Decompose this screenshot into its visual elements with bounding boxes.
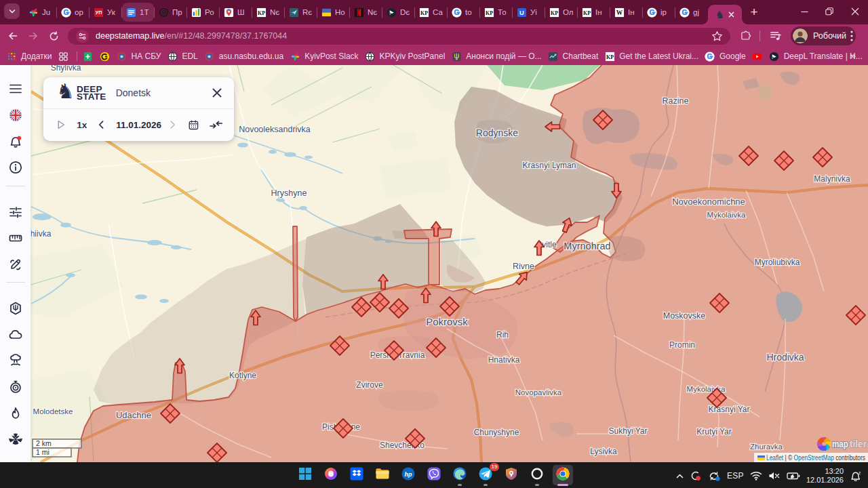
address-bar[interactable]: deepstatemap.live/en/#12/48.2997478/37.1…	[68, 28, 730, 45]
taskbar-viber[interactable]	[424, 465, 444, 485]
panel-close-button[interactable]	[211, 87, 223, 99]
tab-1Т[interactable]: 1Т	[122, 3, 154, 22]
taskbar-edge[interactable]	[450, 465, 470, 485]
calendar-button[interactable]	[189, 119, 199, 131]
urban-area	[583, 108, 639, 144]
profile-button[interactable]: Робочий	[791, 26, 856, 45]
window-minimize-button[interactable]	[792, 0, 816, 23]
bookmark-yellow-circle[interactable]	[100, 51, 111, 62]
sidebar-bell-dot-button[interactable]	[8, 134, 23, 149]
taskbar-chrome[interactable]	[553, 465, 573, 485]
tab-Ол[interactable]: KPОл	[545, 3, 577, 22]
tab-Ju[interactable]: Ju	[24, 3, 56, 22]
record-tray-icon[interactable]	[690, 470, 702, 482]
tab-То[interactable]: KPТо	[480, 3, 512, 22]
sidebar-ruler-button[interactable]	[8, 230, 23, 245]
back-button[interactable]	[3, 26, 22, 45]
panel-header: ♞ DEEPSTATE Donetsk	[43, 77, 234, 109]
bookmark-KPKyiv PostPanel[interactable]: KPKyiv PostPanel	[365, 51, 446, 62]
sidebar-cloud-button[interactable]	[8, 327, 23, 342]
tab-Ін[interactable]: KPІн	[578, 3, 610, 22]
bookmark-DeepL Translate | H...[interactable]: DeepL Translate | H...	[769, 51, 863, 62]
tab-Уі[interactable]: UУі	[513, 3, 545, 22]
sync-tray-icon[interactable]	[708, 470, 721, 482]
sidebar-trident-shield-button[interactable]	[8, 301, 23, 316]
tab-to[interactable]: GGto	[448, 3, 479, 22]
window-close-button[interactable]	[843, 0, 867, 23]
tab-Са[interactable]: KPСа	[415, 3, 447, 22]
play-button[interactable]	[57, 119, 65, 130]
next-date-button[interactable]	[170, 120, 176, 129]
notifications-bell-icon[interactable]: z	[850, 470, 863, 482]
taskbar-hp[interactable]: hp	[398, 465, 418, 485]
sidebar-divider	[6, 186, 25, 186]
wifi-icon[interactable]	[750, 471, 762, 481]
clock[interactable]: 13:20 12.01.2026	[806, 467, 844, 485]
map-area[interactable]: ShylivkaNovooleksandrivkaHryshyneRodynsk…	[0, 65, 868, 462]
bookmark-youtube[interactable]	[752, 51, 763, 62]
sidebar-flame-button[interactable]	[8, 406, 23, 421]
tab-Но[interactable]: Но	[317, 3, 349, 22]
sidebar-menu-button[interactable]	[8, 81, 23, 96]
sidebar-uk-flag-button[interactable]	[8, 108, 23, 123]
bookmark-Get the Latest Ukrai...[interactable]: KPGet the Latest Ukrai...	[604, 51, 698, 62]
site-settings-icon[interactable]	[76, 30, 89, 43]
forward-button[interactable]	[24, 26, 43, 45]
tray-chevron-up-icon[interactable]	[675, 472, 684, 481]
sidebar-pen-button[interactable]	[8, 257, 23, 272]
media-controls-button[interactable]	[770, 28, 782, 45]
taskbar-copilot[interactable]	[321, 465, 341, 485]
bookmark-KyivPost Slack[interactable]: KyivPost Slack	[290, 51, 358, 62]
volume-muted-icon[interactable]	[768, 471, 781, 481]
language-indicator[interactable]: ESP	[727, 471, 744, 481]
tab-Ро[interactable]: Ро	[187, 3, 219, 22]
bookmarks-overflow-button[interactable]: »	[850, 49, 856, 61]
svg-text:G: G	[649, 9, 654, 16]
tab-search-button[interactable]	[4, 3, 20, 19]
date-label[interactable]: 11.01.2026	[113, 120, 164, 130]
tab-close-icon[interactable]	[728, 12, 734, 18]
taskbar-file-explorer[interactable]	[372, 465, 393, 485]
taskbar-windows-start[interactable]	[295, 465, 315, 485]
tab-Ук[interactable]: УПУк	[90, 3, 121, 22]
sidebar-radar-button[interactable]	[8, 380, 23, 394]
bookmark-Додатки[interactable]: Додатки	[6, 51, 52, 62]
reload-button[interactable]	[44, 26, 63, 45]
sidebar-radiation-button[interactable]	[8, 432, 23, 447]
speed-label[interactable]: 1x	[77, 120, 87, 130]
bookmark-sheets[interactable]	[83, 51, 94, 62]
tab-Ш[interactable]: Ш	[220, 3, 252, 22]
prev-date-button[interactable]	[98, 120, 104, 129]
sidebar-sliders-button[interactable]	[8, 205, 23, 220]
hp-icon: hp	[400, 466, 416, 485]
bookmark-НА СБУ[interactable]: НА СБУ	[117, 51, 161, 62]
taskbar-shield-lock[interactable]	[501, 465, 521, 485]
tab-ip[interactable]: GGip	[643, 3, 675, 22]
bookmark-Google[interactable]: GGGoogle	[705, 51, 746, 62]
tab-оp[interactable]: GGоp	[57, 3, 89, 22]
compare-dates-button[interactable]	[210, 119, 222, 130]
tab-Пр[interactable]: Пр	[155, 3, 186, 22]
sidebar-mushroom-cloud-button[interactable]	[8, 353, 23, 368]
bookmark-Анонси подій — О...[interactable]: Анонси подій — О...	[451, 51, 541, 62]
tab-Nє[interactable]: Nє	[350, 3, 382, 22]
active-tab-deepstate[interactable]: ♞	[708, 5, 742, 24]
bookmark-EDL[interactable]: EDL	[167, 51, 197, 62]
bookmark-Chartbeat[interactable]: Chartbeat	[548, 51, 599, 62]
extensions-button[interactable]	[740, 28, 751, 45]
taskbar-ring[interactable]	[527, 465, 547, 485]
browser-menu-button[interactable]	[850, 28, 853, 45]
window-maximize-button[interactable]	[817, 0, 842, 23]
tab-Nє[interactable]: KPNє	[252, 3, 284, 22]
taskbar-telegram[interactable]: 19	[475, 465, 496, 485]
bookmark-star-button[interactable]	[711, 28, 723, 45]
tab-Rє[interactable]: Rє	[285, 3, 317, 22]
new-tab-button[interactable]: +	[746, 4, 762, 20]
bookmark-grid-2x2[interactable]	[58, 51, 69, 62]
tab-Ін[interactable]: WІн	[610, 3, 642, 22]
battery-saver-icon[interactable]	[787, 471, 800, 481]
tab-Dє[interactable]: Dє	[382, 3, 414, 22]
bookmark-asu.nasbu.edu.ua[interactable]: asu.nasbu.edu.ua	[204, 51, 283, 62]
sidebar-info-button[interactable]	[8, 160, 23, 175]
taskbar-dropbox[interactable]	[347, 465, 367, 485]
